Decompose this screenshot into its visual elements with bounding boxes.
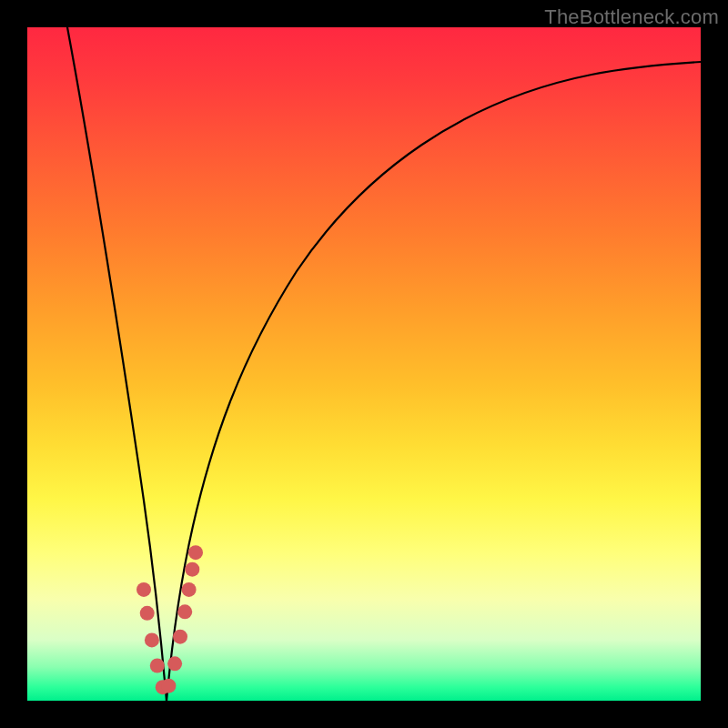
data-marker bbox=[150, 659, 165, 673]
data-marker bbox=[173, 630, 187, 644]
data-marker bbox=[167, 656, 182, 671]
curve-right bbox=[167, 62, 701, 701]
curve-layer bbox=[27, 27, 701, 701]
data-marker bbox=[136, 582, 151, 597]
curve-left bbox=[67, 27, 167, 701]
data-marker bbox=[182, 582, 197, 597]
data-marker bbox=[177, 604, 192, 619]
data-marker bbox=[140, 606, 155, 621]
data-marker bbox=[161, 679, 176, 693]
data-marker bbox=[145, 632, 159, 647]
plot-area bbox=[27, 27, 701, 701]
watermark-text: TheBottleneck.com bbox=[544, 5, 719, 29]
data-marker bbox=[188, 545, 203, 560]
data-marker bbox=[185, 562, 199, 577]
chart-frame: TheBottleneck.com bbox=[0, 0, 728, 728]
